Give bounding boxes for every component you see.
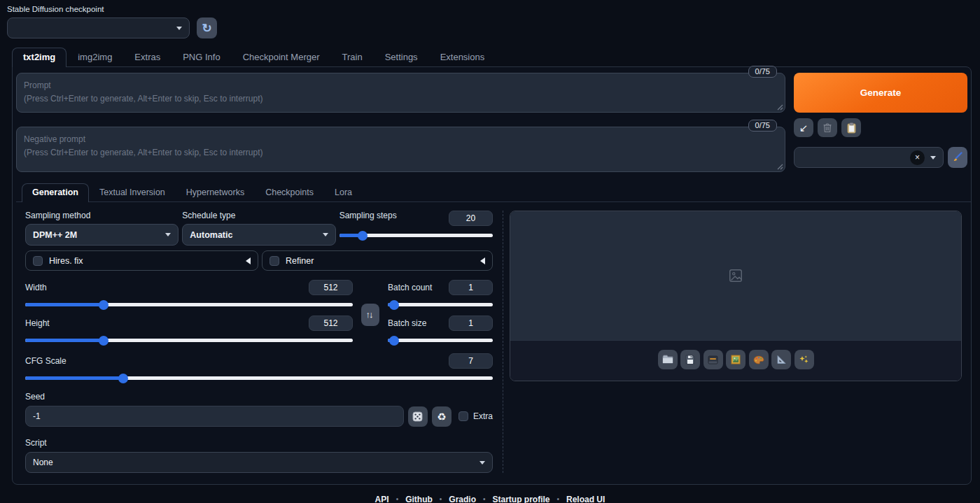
sampling-method-dropdown[interactable]: DPM++ 2M <box>25 224 178 246</box>
upscale-button[interactable] <box>794 350 814 369</box>
generate-button[interactable]: Generate <box>794 73 967 113</box>
sampling-steps-slider[interactable] <box>340 234 493 237</box>
save-image-button[interactable] <box>680 350 700 369</box>
hires-fix-label: Hires. fix <box>49 256 239 266</box>
txt2img-sub-tab-bar: Generation Textual Inversion Hypernetwor… <box>22 183 967 202</box>
slider-thumb[interactable] <box>118 374 128 383</box>
up-down-arrows-icon: ↑↓ <box>366 309 372 320</box>
chevron-down-icon <box>323 233 328 236</box>
subtab-lora[interactable]: Lora <box>324 183 363 202</box>
footer-link-gradio[interactable]: Gradio <box>449 495 476 503</box>
clear-prompt-button[interactable] <box>818 118 837 137</box>
seed-label: Seed <box>25 392 493 402</box>
prompt-input[interactable] <box>16 73 785 113</box>
cfg-scale-label: CFG Scale <box>25 356 66 366</box>
paste-generation-params-button[interactable] <box>841 118 861 137</box>
paintbrush-icon <box>952 152 963 163</box>
refresh-checkpoints-button[interactable]: ↻ <box>197 17 217 38</box>
footer-link-api[interactable]: API <box>375 495 389 503</box>
resize-handle-icon[interactable] <box>777 104 783 111</box>
refiner-checkbox[interactable] <box>270 256 279 266</box>
script-dropdown[interactable]: None <box>25 452 493 473</box>
width-input[interactable]: 512 <box>309 280 353 295</box>
cfg-scale-input[interactable]: 7 <box>449 353 493 369</box>
seed-input[interactable] <box>25 406 404 427</box>
triangle-ruler-icon <box>776 355 786 364</box>
schedule-type-dropdown[interactable]: Automatic <box>182 224 335 246</box>
tab-settings[interactable]: Settings <box>374 48 429 66</box>
batch-count-input[interactable]: 1 <box>449 280 493 295</box>
slider-thumb[interactable] <box>389 300 399 310</box>
edit-styles-button[interactable] <box>948 147 967 168</box>
send-to-extras-button[interactable] <box>771 350 791 369</box>
batch-count-slider[interactable] <box>388 303 493 306</box>
open-folder-button[interactable] <box>658 350 678 369</box>
reuse-seed-button[interactable]: ♻ <box>432 406 451 427</box>
subtab-generation[interactable]: Generation <box>22 183 89 202</box>
footer-link-github[interactable]: Github <box>405 495 433 503</box>
tab-img2img[interactable]: img2img <box>66 48 123 66</box>
random-seed-button[interactable] <box>408 406 428 427</box>
tab-txt2img[interactable]: txt2img <box>12 48 66 67</box>
footer-link-startup-profile[interactable]: Startup profile <box>493 495 550 503</box>
main-tab-bar: txt2img img2img Extras PNG Info Checkpoi… <box>12 48 980 66</box>
subtab-textual-inversion[interactable]: Textual Inversion <box>89 183 176 202</box>
send-to-img2img-button[interactable] <box>726 350 746 369</box>
script-value: None <box>33 458 474 467</box>
image-placeholder-icon <box>728 268 743 283</box>
tab-extras[interactable]: Extras <box>123 48 172 66</box>
width-slider[interactable] <box>25 303 353 306</box>
chevron-down-icon <box>165 233 171 236</box>
slider-thumb[interactable] <box>99 300 108 310</box>
gallery-toolbar <box>510 340 961 381</box>
batch-size-input[interactable]: 1 <box>449 316 493 331</box>
extra-seed-checkbox[interactable] <box>458 411 468 421</box>
tab-checkpoint-merger[interactable]: Checkpoint Merger <box>232 48 331 66</box>
folder-icon <box>662 355 673 364</box>
negative-prompt-input[interactable] <box>16 127 785 172</box>
footer-link-reload-ui[interactable]: Reload UI <box>566 495 605 503</box>
palette-icon <box>753 355 764 364</box>
tab-png-info[interactable]: PNG Info <box>172 48 231 66</box>
send-to-inpaint-button[interactable] <box>749 350 769 369</box>
slider-thumb[interactable] <box>99 336 108 346</box>
tab-train[interactable]: Train <box>331 48 374 66</box>
slider-thumb[interactable] <box>358 231 368 241</box>
sampling-steps-input[interactable]: 20 <box>449 211 493 226</box>
restore-prompt-button[interactable]: ↙ <box>794 118 813 137</box>
trash-icon <box>822 122 832 133</box>
checkpoint-dropdown[interactable] <box>7 17 190 38</box>
script-label: Script <box>25 438 493 448</box>
result-image-area <box>510 211 961 340</box>
file-box-icon <box>708 355 718 364</box>
cfg-scale-slider[interactable] <box>25 376 493 380</box>
clear-styles-button[interactable]: × <box>910 150 925 165</box>
extra-seed-option[interactable]: Extra <box>458 411 493 421</box>
width-label: Width <box>25 283 47 292</box>
floppy-disk-icon <box>685 355 695 364</box>
recycle-icon: ♻ <box>437 411 446 422</box>
hires-fix-checkbox[interactable] <box>33 256 43 266</box>
sparkles-icon <box>799 355 809 365</box>
output-gallery <box>510 211 962 381</box>
hires-fix-accordion[interactable]: Hires. fix <box>25 250 258 271</box>
tab-extensions[interactable]: Extensions <box>429 48 496 66</box>
refresh-icon: ↻ <box>202 22 211 34</box>
height-slider[interactable] <box>25 339 353 342</box>
refiner-accordion[interactable]: Refiner <box>262 250 493 271</box>
sampling-method-value: DPM++ 2M <box>33 230 160 240</box>
schedule-type-value: Automatic <box>190 230 316 240</box>
resize-handle-icon[interactable] <box>777 164 783 170</box>
height-input[interactable]: 512 <box>309 316 353 331</box>
quicksettings-bar: Stable Diffusion checkpoint ↻ <box>0 0 980 38</box>
checkpoint-label: Stable Diffusion checkpoint <box>7 5 973 13</box>
sampling-steps-label: Sampling steps <box>340 211 397 220</box>
slider-thumb[interactable] <box>389 336 399 346</box>
extra-seed-label: Extra <box>473 411 493 421</box>
save-zip-button[interactable] <box>704 350 723 369</box>
swap-width-height-button[interactable]: ↑↓ <box>361 304 379 326</box>
batch-size-slider[interactable] <box>388 339 493 342</box>
subtab-hypernetworks[interactable]: Hypernetworks <box>176 183 255 202</box>
styles-dropdown[interactable]: × <box>794 147 944 168</box>
subtab-checkpoints[interactable]: Checkpoints <box>255 183 324 202</box>
